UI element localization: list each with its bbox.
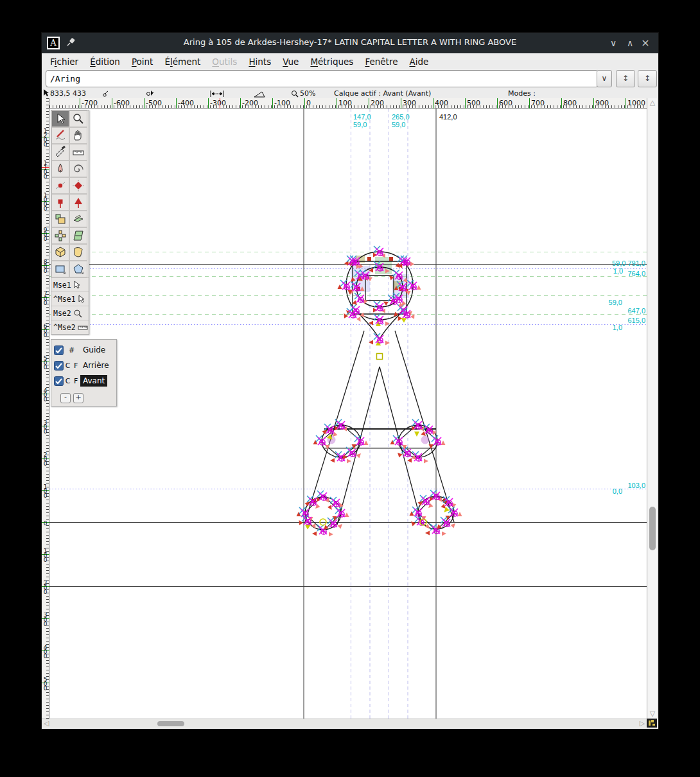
scroll-right-arrow[interactable]: ▷ [638,719,647,728]
flip-tool[interactable] [69,211,87,227]
fontforge-corner-icon[interactable] [647,719,657,728]
menu-point[interactable]: Point [126,55,159,68]
close-button[interactable]: × [638,36,653,50]
direction-arrow [338,523,344,529]
scroll-left-arrow[interactable]: ◁ [42,719,51,728]
corner-point-tool[interactable] [51,194,69,211]
ruler-label: 500 [42,356,48,370]
horizontal-scrollbar[interactable]: ◁ ▷ [42,719,647,728]
checkbox-checked-icon[interactable] [54,376,64,386]
direction-arrow [442,532,446,536]
ruler-label: 500 [42,677,48,691]
pointer-tool[interactable] [51,110,69,127]
cursor-position-icon [43,89,49,97]
tangent-point-tool[interactable] [69,194,87,211]
curve-point-tool[interactable] [51,177,69,194]
next-glyph-button[interactable]: ↕ [638,70,657,87]
ruler-major-tick [304,98,305,109]
add-layer-button[interactable]: + [73,393,83,403]
anchor-point[interactable] [377,354,383,360]
direction-arrow [356,317,363,323]
layer-row-back[interactable]: C F Arrière [54,358,116,373]
rectangle-tool[interactable] [51,261,69,277]
pen-tool[interactable] [51,161,69,177]
layer-name-back[interactable]: Arrière [80,360,112,371]
menu-lment[interactable]: Élément [159,55,206,68]
ruler-label: -600 [114,99,130,107]
hint-coordinate-label: 615,0 [627,317,645,324]
ruler-label: 300 [403,99,416,107]
prev-glyph-button[interactable]: ↕ [616,70,635,87]
hand-tool[interactable] [69,127,87,144]
glyph-name-input[interactable]: /Aring [46,70,599,87]
remove-layer-button[interactable]: - [60,393,71,403]
vertical-ruler[interactable]: 1200110010009008007006005004003002001000… [42,98,49,719]
direction-arrow [441,441,446,445]
vertical-scroll-thumb[interactable] [649,507,656,550]
checkbox-checked-icon[interactable] [54,361,64,371]
maximize-button[interactable]: ∧ [622,36,638,50]
menu-mtriques[interactable]: Métriques [304,55,359,68]
menu-outils[interactable]: Outils [206,55,243,68]
menu-vue[interactable]: Vue [277,55,304,68]
mouse-binding-mse2: Mse2 [51,306,89,320]
knife-tool[interactable] [51,144,69,161]
cursor-position-mark [42,167,49,168]
ruler-major-tick [337,98,337,109]
horizontal-ruler[interactable]: -700-600-500-400-300-200-100010020030040… [49,98,647,109]
ruler-label: 200 [42,453,48,466]
freehand-tool[interactable] [51,127,69,144]
layer-name-fore-active[interactable]: Avant [80,375,107,387]
layer-row-fore[interactable]: C F Avant [54,373,116,388]
menu-fentre[interactable]: Fenêtre [359,55,403,68]
ruler-label: 200 [42,581,48,595]
perspective-tool[interactable] [69,244,87,261]
direction-arrow [330,458,335,463]
ruler-label: 800 [42,260,48,274]
menu-fichier[interactable]: Fichier [44,55,84,68]
hvcurve-point-tool[interactable] [69,177,87,194]
scroll-down-arrow[interactable]: ▽ [648,710,657,719]
glyph-canvas[interactable]: 147,059,0265,059,0412,059,0 791,01,0764,… [49,109,647,719]
tool-palette: Mse1 ^Mse1 Mse2 ^Mse2 [51,110,89,335]
ruler-tool[interactable] [69,144,87,161]
rotate3d-tool[interactable] [51,244,69,261]
ruler-label: 100 [42,549,48,563]
vertical-scrollbar[interactable]: △ ▽ [647,98,657,719]
horizontal-scroll-thumb[interactable] [157,721,184,726]
checkbox-checked-icon[interactable] [54,345,64,355]
ruler-label: -200 [242,99,258,107]
edge-marker [389,257,393,261]
menu-dition[interactable]: Édition [84,55,126,68]
layer-name-guide[interactable]: Guide [80,344,108,356]
ruler-label: 900 [595,99,609,107]
hint-coordinate-label: 59,0 791,0 [612,259,645,267]
polygon-tool[interactable] [69,261,87,277]
ruler-label: -700 [82,99,98,107]
magnify-tool[interactable] [69,110,87,127]
ruler-major-tick [272,98,273,109]
glyph-dropdown-button[interactable]: ∨ [597,70,612,87]
scroll-up-arrow[interactable]: △ [648,98,657,107]
ruler-label: 1100 [42,161,48,179]
spiro-tool[interactable] [69,161,87,177]
ruler-label: 600 [499,99,512,107]
scale-tool[interactable] [51,211,69,227]
ruler-label: -400 [178,99,194,107]
layer-row-guide[interactable]: # Guide [54,342,116,358]
glyph-outline[interactable] [380,367,422,525]
ruler-label: 700 [531,99,545,107]
menu-hints[interactable]: Hints [243,55,277,68]
hint-coordinate-label: 59,0 [392,121,405,128]
menu-aide[interactable]: Aide [403,55,434,68]
skew-tool[interactable] [69,227,87,244]
tool-grid [51,110,89,277]
ruler-major-tick [529,98,530,109]
direction-arrow [417,285,421,290]
direction-arrow [347,459,351,464]
ruler-major-tick [208,98,209,109]
shade-button[interactable]: ∨ [606,36,621,50]
glyph-outline[interactable] [337,367,380,525]
hint-coordinate-label: 647,0 [627,307,645,315]
rotate-tool[interactable] [51,227,69,244]
